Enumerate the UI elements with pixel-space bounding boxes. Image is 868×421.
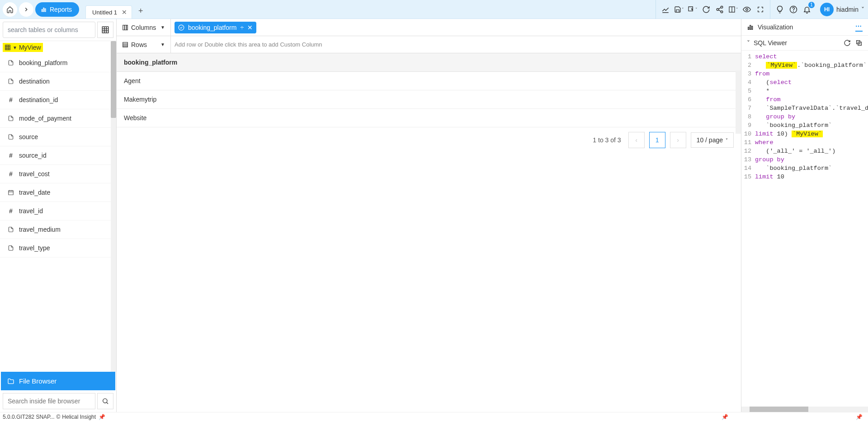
table-row[interactable]: Agent — [117, 72, 741, 90]
columns-shelf-body[interactable]: booking_platform ÷ ✕ — [171, 20, 741, 35]
sql-viewer-header[interactable]: ˅ SQL Viewer — [741, 36, 868, 51]
hint-button[interactable] — [773, 3, 787, 16]
pin-center-button[interactable]: 📌 — [719, 414, 731, 420]
field-item[interactable]: travel_type — [0, 239, 116, 257]
field-label: travel_id — [19, 207, 43, 215]
grid-toggle-button[interactable] — [97, 22, 113, 38]
number-field-icon: # — [7, 96, 14, 103]
page-size-select[interactable]: 10 / page ˅ — [691, 132, 734, 148]
notifications-button[interactable]: 1 — [800, 3, 814, 16]
svg-rect-36 — [748, 27, 749, 29]
rows-shelf-toggle[interactable]: Rows ▼ — [117, 36, 171, 53]
export-button[interactable]: ˅ — [686, 3, 699, 16]
share-button[interactable] — [713, 3, 726, 16]
column-header[interactable]: booking_platform — [117, 53, 741, 72]
sql-line: 15limit 10 — [741, 173, 868, 181]
line-number: 15 — [741, 173, 755, 180]
save-icon — [674, 6, 681, 13]
page-1-button[interactable]: 1 — [649, 132, 665, 148]
line-chart-icon — [661, 5, 670, 14]
tab-untitled[interactable]: Untitled 1 ✕ — [85, 5, 132, 19]
tabs: Untitled 1 ✕ + — [85, 0, 146, 19]
file-browser-search-button[interactable] — [97, 393, 113, 409]
sql-line: 9 `booking_platform` — [741, 121, 868, 130]
sql-line: 5 * — [741, 87, 868, 95]
tab-label: Untitled 1 — [92, 9, 117, 16]
field-item[interactable]: #travel_id — [0, 202, 116, 220]
pin-left-button[interactable]: 📌 — [96, 414, 108, 420]
sql-refresh-button[interactable] — [844, 39, 851, 47]
chart-icon — [41, 6, 47, 13]
column-pill-booking-platform[interactable]: booking_platform ÷ ✕ — [175, 22, 256, 33]
sidebar-scrollbar[interactable] — [111, 41, 116, 372]
help-button[interactable] — [787, 3, 800, 16]
file-browser-search-input[interactable] — [3, 393, 95, 409]
tab-close-button[interactable]: ✕ — [122, 9, 127, 16]
rows-shelf-body[interactable]: Add row or Double click this area to add… — [171, 39, 741, 50]
tab-add-button[interactable]: + — [135, 4, 147, 19]
field-item[interactable]: booking_platform — [0, 54, 116, 72]
notification-badge: 1 — [808, 2, 815, 8]
pill-label: booking_platform — [188, 24, 236, 31]
caret-down-icon: ▼ — [160, 25, 165, 30]
sql-copy-button[interactable] — [855, 39, 863, 47]
line-number: 8 — [741, 113, 755, 120]
svg-rect-31 — [127, 25, 127, 30]
field-item[interactable]: destination — [0, 72, 116, 91]
refresh-button[interactable] — [699, 3, 713, 16]
svg-line-6 — [718, 7, 721, 9]
line-number: 9 — [741, 122, 755, 129]
prev-page-button[interactable]: ‹ — [628, 132, 645, 148]
field-label: destination_id — [19, 96, 58, 103]
visualization-menu-button[interactable]: ⋯ — [855, 23, 863, 32]
svg-rect-38 — [752, 26, 753, 29]
text-field-icon — [7, 115, 14, 122]
text-field-icon — [7, 134, 14, 140]
data-scrollbar[interactable] — [736, 70, 741, 134]
save-button[interactable]: ˅ — [672, 3, 686, 16]
breadcrumb-next-button[interactable] — [19, 2, 33, 17]
chevron-right-icon — [23, 6, 29, 13]
columns-shelf-toggle[interactable]: Columns ▼ — [117, 19, 171, 36]
fullscreen-button[interactable] — [754, 3, 767, 16]
table-row[interactable]: Website — [117, 109, 741, 127]
chevron-down-icon: ˅ — [726, 138, 728, 143]
grid-icon — [101, 26, 109, 34]
line-number: 3 — [741, 70, 755, 77]
breadcrumb-reports[interactable]: Reports — [35, 2, 79, 17]
svg-line-28 — [107, 402, 108, 404]
line-number: 1 — [741, 53, 755, 60]
table-row[interactable]: Makemytrip — [117, 90, 741, 109]
pin-right-button[interactable]: 📌 — [853, 414, 865, 420]
field-item[interactable]: travel_date — [0, 183, 116, 202]
visualization-header: Visualization ⋯ — [741, 19, 868, 36]
preview-button[interactable] — [740, 3, 754, 16]
field-item[interactable]: #destination_id — [0, 91, 116, 109]
field-item[interactable]: travel_medium — [0, 220, 116, 239]
chart-type-button[interactable] — [659, 3, 672, 16]
home-button[interactable] — [3, 2, 17, 17]
chevron-down-icon: ˅ — [861, 6, 864, 13]
layout-button[interactable]: ˅ — [726, 3, 740, 16]
bar-chart-icon — [747, 23, 754, 31]
field-item[interactable]: #source_id — [0, 146, 116, 165]
table-node-myview[interactable]: ▼ MyView — [3, 43, 43, 52]
field-item[interactable]: #travel_cost — [0, 165, 116, 183]
sql-line: 8 group by — [741, 112, 868, 121]
search-input[interactable] — [3, 22, 95, 38]
pill-remove-button[interactable]: ✕ — [247, 24, 253, 31]
field-item[interactable]: source — [0, 128, 116, 146]
refresh-icon — [844, 39, 851, 47]
sql-line: 13group by — [741, 155, 868, 164]
sql-horizontal-scrollbar[interactable] — [741, 407, 868, 412]
field-item[interactable]: mode_of_payment — [0, 109, 116, 128]
sql-code[interactable]: 1select2 `MyView`.`booking_platform` as3… — [741, 51, 868, 407]
field-label: travel_medium — [19, 226, 61, 233]
cell: Makemytrip — [117, 90, 741, 109]
next-page-button[interactable]: › — [670, 132, 686, 148]
svg-line-7 — [718, 10, 721, 11]
right-panel: Visualization ⋯ ˅ SQL Viewer 1select2 `M… — [741, 19, 868, 412]
rows-label: Rows — [131, 41, 147, 48]
file-browser-header[interactable]: File Browser — [1, 372, 115, 390]
user-menu[interactable]: HI hiadmin ˅ — [816, 3, 868, 16]
